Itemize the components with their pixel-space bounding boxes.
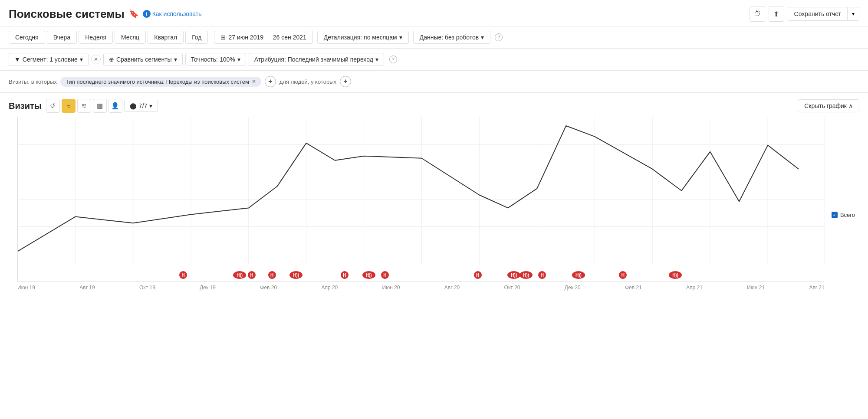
metrics-count: 7/7	[139, 102, 147, 109]
page-title: Поисковые системы	[9, 7, 125, 21]
x-label-dec19: Дек 19	[200, 285, 216, 291]
hide-chart-label: Скрыть график	[804, 102, 847, 109]
period-month[interactable]: Месяц	[115, 31, 146, 44]
legend-check-total: ✓	[832, 212, 838, 218]
chart-svg	[18, 117, 825, 282]
period-toolbar: Сегодня Вчера Неделя Месяц Квартал Год ⊞…	[0, 26, 868, 49]
bar-chart-button[interactable]: ▦	[93, 99, 107, 113]
x-label-apr20: Апр 20	[321, 285, 338, 291]
accuracy-dropdown-icon: ▾	[237, 56, 240, 63]
segment-clear-button[interactable]: ✕	[91, 55, 101, 64]
accuracy-label: Точность: 100%	[191, 56, 235, 63]
x-label-aug20: Авг 20	[444, 285, 460, 291]
x-label-feb21: Фев 21	[625, 285, 642, 291]
segment-tag: Тип последнего значимого источника: Пере…	[60, 77, 261, 87]
filter-prefix: Визиты, в которых	[9, 79, 57, 85]
chart-area: Н Н)) Н Н Н)) Н Н)) Н Н Н)) Н))	[17, 117, 825, 282]
period-week[interactable]: Неделя	[79, 31, 113, 44]
accuracy-button[interactable]: Точность: 100% ▾	[185, 53, 246, 66]
x-label-dec20: Дек 20	[565, 285, 581, 291]
legend-item-total[interactable]: ✓ Всего	[832, 212, 855, 218]
period-year[interactable]: Год	[185, 31, 208, 44]
x-label-jun20: Июн 20	[382, 285, 400, 291]
x-label-jun19: Июн 19	[17, 285, 35, 291]
detail-button[interactable]: Детализация: по месяцам ▾	[317, 31, 409, 44]
data-dropdown-icon: ▾	[481, 34, 484, 41]
period-today[interactable]: Сегодня	[9, 31, 45, 44]
area-chart-button[interactable]: ≋	[77, 99, 91, 113]
data-label: Данные: без роботов	[420, 34, 479, 41]
chart-legend: ✓ Всего	[832, 212, 855, 218]
visits-title-area: Визиты ↺ ≈ ≋ ▦ 👤 ⬤ 7/7 ▾	[9, 99, 158, 113]
date-range-button[interactable]: ⊞ 27 июн 2019 — 26 сен 2021	[214, 31, 312, 44]
tag-close-button[interactable]: ✕	[252, 79, 256, 85]
data-button[interactable]: Данные: без роботов ▾	[413, 31, 491, 44]
x-label-jun21: Июн 21	[747, 285, 765, 291]
detail-dropdown-icon: ▾	[399, 34, 402, 41]
attribution-help-icon[interactable]: ?	[389, 56, 397, 63]
compare-label: Сравнить сегменты	[116, 56, 172, 63]
segment-label: Сегмент: 1 условие	[23, 56, 78, 63]
attribution-button[interactable]: Атрибуция: Последний значимый переход ▾	[249, 53, 384, 66]
refresh-chart-button[interactable]: ↺	[46, 99, 60, 113]
help-text: Как использовать	[152, 10, 202, 17]
attribution-dropdown-icon: ▾	[375, 56, 378, 63]
add-filter-button[interactable]: +	[265, 76, 276, 87]
attribution-label: Атрибуция: Последний значимый переход	[254, 56, 373, 63]
save-report-button[interactable]: Сохранить отчет	[788, 7, 848, 21]
history-button[interactable]: ⏱	[750, 6, 765, 22]
save-report-dropdown-button[interactable]: ▾	[848, 7, 859, 21]
filter-toolbar: ▼ Сегмент: 1 условие ▾ ✕ ⊕ Сравнить сегм…	[0, 49, 868, 71]
x-label-feb20: Фев 20	[260, 285, 277, 291]
people-label: для людей, у которых	[279, 79, 336, 85]
visits-title: Визиты	[9, 101, 42, 111]
add-people-filter-button[interactable]: +	[340, 76, 351, 87]
compare-button[interactable]: ⊕ Сравнить сегменты ▾	[103, 53, 183, 66]
hide-chart-button[interactable]: Скрыть график ∧	[798, 99, 859, 112]
detail-label: Детализация: по месяцам	[324, 34, 397, 41]
data-help-icon[interactable]: ?	[495, 33, 503, 41]
visits-header: Визиты ↺ ≈ ≋ ▦ 👤 ⬤ 7/7 ▾ Скрыть график ∧	[9, 99, 859, 113]
metrics-dropdown-icon: ▾	[149, 102, 152, 109]
page-header: Поисковые системы 🔖 i Как использовать ⏱…	[0, 0, 868, 26]
chart-wrapper: Н Н)) Н Н Н)) Н Н)) Н Н Н)) Н))	[9, 117, 859, 312]
compare-dropdown-icon: ▾	[174, 56, 177, 63]
date-range-label: 27 июн 2019 — 26 сен 2021	[228, 34, 306, 41]
segment-dropdown-icon: ▾	[80, 56, 83, 63]
x-label-aug21: Авг 21	[809, 285, 824, 291]
segment-filter-row: Визиты, в которых Тип последнего значимо…	[0, 71, 868, 93]
user-chart-button[interactable]: 👤	[108, 99, 122, 113]
chart-type-buttons: ↺ ≈ ≋ ▦ 👤 ⬤ 7/7 ▾	[46, 99, 158, 113]
period-quarter[interactable]: Квартал	[148, 31, 184, 44]
x-label-apr21: Апр 21	[686, 285, 703, 291]
line-chart-button[interactable]: ≈	[62, 99, 76, 113]
metrics-button[interactable]: ⬤ 7/7 ▾	[124, 100, 158, 112]
x-label-oct19: Окт 19	[139, 285, 155, 291]
segment-button[interactable]: ▼ Сегмент: 1 условие ▾	[9, 53, 89, 66]
save-report-wrapper: Сохранить отчет ▾	[788, 7, 859, 21]
bookmark-icon[interactable]: 🔖	[129, 9, 138, 19]
export-button[interactable]: ⬆	[769, 6, 784, 22]
legend-label-total: Всего	[840, 212, 855, 218]
hide-chart-icon: ∧	[848, 102, 853, 109]
visits-section: Визиты ↺ ≈ ≋ ▦ 👤 ⬤ 7/7 ▾ Скрыть график ∧	[0, 93, 868, 312]
info-icon: i	[143, 10, 151, 18]
segment-tag-text: Тип последнего значимого источника: Пере…	[66, 79, 249, 85]
calendar-icon: ⊞	[220, 34, 226, 41]
metrics-dot-icon: ⬤	[130, 102, 137, 109]
header-right: ⏱ ⬆ Сохранить отчет ▾	[750, 6, 859, 22]
x-label-oct20: Окт 20	[504, 285, 520, 291]
compare-icon: ⊕	[109, 56, 114, 63]
filter-icon: ▼	[14, 56, 20, 63]
x-label-aug19: Авг 19	[79, 285, 95, 291]
x-axis-labels: Июн 19 Авг 19 Окт 19 Дек 19 Фев 20 Апр 2…	[17, 282, 825, 291]
period-yesterday[interactable]: Вчера	[47, 31, 77, 44]
help-link[interactable]: i Как использовать	[143, 10, 202, 18]
header-left: Поисковые системы 🔖 i Как использовать	[9, 7, 201, 21]
